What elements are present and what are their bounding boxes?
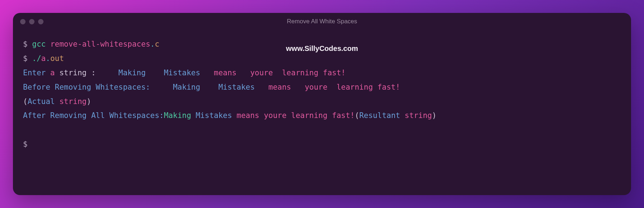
title-bar: Remove All White Spaces [13, 13, 631, 30]
gcc-command: gcc [32, 40, 46, 48]
prompt-line: $ [23, 137, 621, 152]
maximize-button[interactable] [38, 19, 43, 24]
empty-line [23, 123, 621, 137]
watermark: www.SillyCodes.com [286, 42, 358, 55]
window-title: Remove All White Spaces [287, 18, 357, 25]
minimize-button[interactable] [29, 19, 34, 24]
terminal-window: Remove All White Spaces www.SillyCodes.c… [13, 13, 631, 195]
prompt: $ [23, 54, 28, 63]
prompt: $ [23, 140, 28, 148]
prompt: $ [23, 40, 28, 48]
output-line-before: Before Removing Whitespaces: Making Mist… [23, 80, 621, 95]
traffic-lights [20, 19, 43, 24]
output-line-after: After Removing All Whitespaces:Making Mi… [23, 109, 621, 123]
filename: remove-all-whitespaces [50, 40, 150, 48]
terminal-content[interactable]: www.SillyCodes.com $ gcc remove-all-whit… [13, 30, 631, 159]
close-button[interactable] [20, 19, 26, 24]
output-line-enter: Enter a string : Making Mistakes means y… [23, 66, 621, 80]
output-line-actual: (Actual string) [23, 95, 621, 109]
